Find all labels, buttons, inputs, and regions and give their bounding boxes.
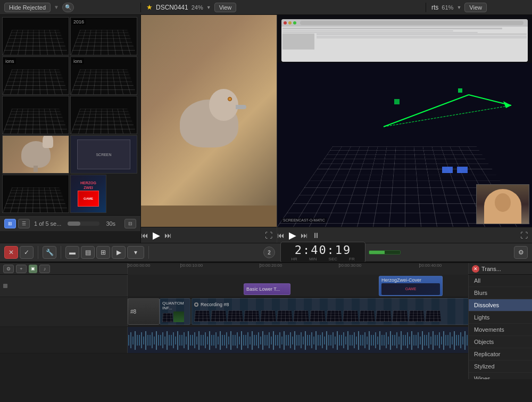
search-button[interactable]: 🔍	[62, 3, 74, 12]
transition-lights[interactable]: Lights	[469, 311, 532, 324]
audio-level-meter	[369, 250, 401, 255]
gear-button[interactable]: ⚙	[514, 246, 528, 259]
transition-movements[interactable]: Movements	[469, 324, 532, 336]
ruler-mark: 00:00:30:00	[339, 263, 361, 268]
thumb-date: ions	[4, 58, 16, 64]
rts-pause-button[interactable]: ⏸	[312, 231, 320, 240]
transition-stylized[interactable]: Stylized	[469, 360, 532, 373]
thumb-item[interactable]: 2016	[70, 17, 137, 55]
fullscreen-button[interactable]: ⛶	[265, 231, 272, 240]
track-height-button[interactable]: ▤	[81, 246, 95, 259]
ruler-mark: 00:00:00:00	[128, 263, 150, 268]
star-icon: ★	[146, 3, 153, 11]
wrench-button[interactable]: 🔧	[43, 246, 56, 259]
toolbar-group-tools: 🔧	[43, 246, 61, 259]
track-color-button[interactable]: ▣	[29, 265, 37, 273]
timecode-display: 2:40:19 HRMINSECFR	[280, 242, 365, 263]
timeline-controls-header: ⚙ + ▣ ♪	[0, 263, 128, 274]
hide-rejected-button[interactable]: Hide Rejected	[4, 3, 51, 12]
transition-replicator[interactable]: Replicator	[469, 348, 532, 360]
main-area: 2016 ions ions	[0, 15, 532, 243]
thumb-item[interactable]: ions	[70, 56, 137, 95]
thumb-screenshot[interactable]: SCREEN	[70, 135, 137, 174]
thumb-item[interactable]	[2, 17, 69, 55]
timecode-labels: HRMINSECFR	[291, 257, 354, 261]
mute-button[interactable]: ♪	[39, 265, 50, 273]
svg-rect-4	[394, 99, 400, 104]
svg-line-2	[384, 105, 511, 127]
select-button[interactable]: ▶	[112, 246, 126, 259]
clip-basic-lower[interactable]: Basic Lower T...	[244, 283, 290, 295]
transition-blurs[interactable]: Blurs	[469, 287, 532, 299]
thumb-item[interactable]	[2, 96, 69, 134]
preview-topbar-dscn: ★ DSCN0441 24% ▼ View	[141, 3, 426, 12]
rts-play-button[interactable]: ▶	[289, 229, 296, 241]
rts-view-button[interactable]: View	[464, 3, 487, 12]
transitions-close-button[interactable]: ✕	[472, 265, 479, 273]
toolbar-right-tools: ⚙	[514, 246, 528, 259]
grid-view-button[interactable]: ⊞	[4, 219, 16, 228]
thumb-item[interactable]	[2, 175, 69, 213]
play-button[interactable]: ▶	[153, 229, 160, 241]
check-button[interactable]: ✓	[20, 246, 34, 259]
ruler-mark: 00:00:20:00	[260, 263, 282, 268]
thumb-game[interactable]: HERZOG ZWEI GAME	[70, 175, 106, 213]
select-dropdown-button[interactable]: ▾	[127, 246, 144, 259]
transition-dissolves[interactable]: Dissolves	[469, 299, 532, 311]
timeline-ruler: 00:00:00:00 00:00:10:00 00:00:20:00 00:0…	[128, 263, 468, 275]
rts-fullscreen-button[interactable]: ⛶	[520, 231, 528, 240]
dscn-preview-area: ⏮ ▶ ⏭ ⛶	[141, 15, 277, 243]
timeline-add-button[interactable]: +	[16, 265, 27, 273]
svg-line-0	[384, 95, 469, 127]
timeline-settings-button[interactable]: ⚙	[3, 265, 14, 273]
thumb-item[interactable]: ions	[2, 56, 69, 95]
svg-line-1	[469, 95, 511, 105]
ruler-mark: 00:00:10:00	[180, 263, 203, 268]
clip-8[interactable]: #8	[128, 298, 160, 325]
toolbar-group-close: ✕ ✓	[4, 246, 38, 259]
svg-rect-13	[128, 327, 468, 353]
clip-recording8[interactable]: Recording #8	[192, 298, 468, 325]
track-handle	[3, 284, 7, 288]
preview-topbar-rts: rts 61% ▼ View	[426, 3, 532, 12]
transitions-list: All Blurs Dissolves Lights Movements Obj…	[469, 275, 532, 379]
track-row-audio	[0, 327, 468, 354]
clip-herzogzwei[interactable]: HerzogZwei-Cover GAME	[379, 276, 443, 296]
browser-bottom-bar: ⊞ ☰ 1 of 5 se... 30s ⊟	[0, 215, 140, 231]
timeline-toolbar: ✕ ✓ 🔧 ▬ ▤ ⊞ ▶ ▾ 2 2:40:19 HRMINSECFR ⚙	[0, 243, 532, 262]
timeline-section: ⚙ + ▣ ♪ 00:00:00:00 00:00:10:00 00:00:20…	[0, 262, 532, 379]
transition-wipes[interactable]: Wipes	[469, 373, 532, 379]
screencast-watermark: SCREENCAST-O-MATIC	[281, 218, 327, 223]
settings-button[interactable]: ⊟	[124, 219, 136, 228]
list-view-button[interactable]: ☰	[18, 219, 30, 228]
transitions-panel: All Blurs Dissolves Lights Movements Obj…	[468, 275, 532, 379]
rts-skip-back-button[interactable]: ⏮	[277, 231, 285, 240]
dscn-filename: DSCN0441	[156, 4, 188, 11]
dscn-view-button[interactable]: View	[214, 3, 237, 12]
clip-quantom[interactable]: QUANTOM INF...	[160, 298, 190, 325]
page-indicator: 1 of 5 se...	[34, 220, 61, 227]
thumb-item[interactable]	[70, 96, 137, 134]
dscn-preview	[141, 15, 277, 227]
pigeon-preview-image	[141, 15, 277, 227]
close-button[interactable]: ✕	[4, 246, 18, 259]
browser-overlay	[281, 19, 528, 62]
skip-back-button[interactable]: ⏮	[141, 231, 148, 240]
rts-skip-forward-button[interactable]: ⏭	[301, 231, 308, 240]
thumb-date: ions	[72, 58, 84, 64]
clip-icon	[194, 302, 198, 307]
transition-objects[interactable]: Objects	[469, 336, 532, 348]
rts-preview-area: SCREENCAST-O-MATIC ⏮ ▶ ⏭ ⏸ ⛶	[277, 15, 532, 243]
blade-button[interactable]: ▬	[65, 246, 79, 259]
thumb-pigeon[interactable]	[2, 135, 69, 174]
transition-all[interactable]: All	[469, 275, 532, 287]
layout-button[interactable]: ⊞	[96, 246, 110, 259]
svg-marker-3	[503, 101, 511, 108]
transitions-title: Trans...	[481, 266, 501, 272]
thumb-date: 2016	[72, 19, 86, 25]
rts-filename: rts	[431, 4, 438, 11]
skip-forward-button[interactable]: ⏭	[164, 231, 172, 240]
pip-webcam	[476, 184, 529, 224]
timecode-value: 2:40:19	[295, 243, 352, 257]
rts-zoom: 61%	[442, 4, 453, 11]
